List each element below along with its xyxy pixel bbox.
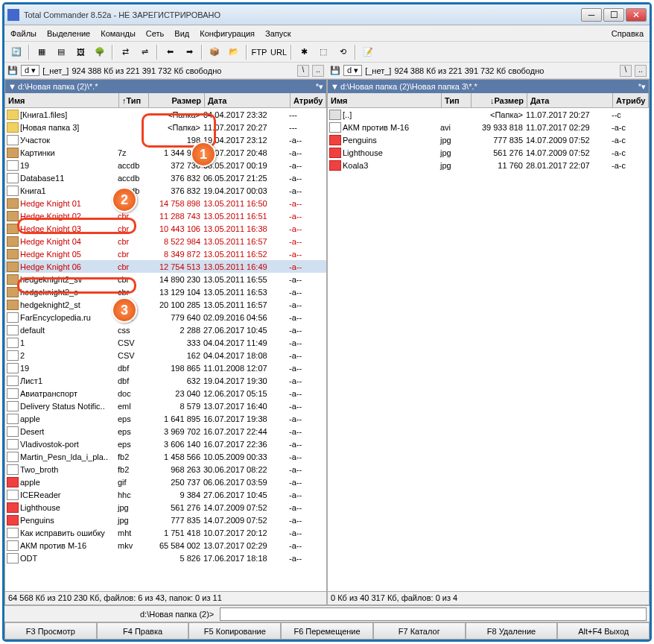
file-row[interactable]: ODT5 82617.06.2017 18:18-a-- <box>5 552 326 564</box>
file-row[interactable]: Lighthousejpg561 27614.07.2009 07:52-a-- <box>5 501 326 514</box>
file-row[interactable]: АКМ против М-16mkv65 584 00213.07.2017 0… <box>5 539 326 552</box>
file-row[interactable]: Книга1accdb376 83219.04.2017 00:03-a-- <box>5 184 326 197</box>
menu-config[interactable]: Конфигурация <box>200 29 255 38</box>
col-ext[interactable]: ↑ Тип <box>119 93 149 107</box>
view-icon[interactable]: ▦ <box>33 44 51 60</box>
right-up-button[interactable]: .. <box>635 65 647 77</box>
file-row[interactable]: Two_brothfb2968 26330.06.2017 08:22-a-- <box>5 463 326 476</box>
file-row[interactable]: applegif250 73706.06.2017 03:59-a-- <box>5 476 326 488</box>
file-row[interactable]: Koala3jpg11 76028.01.2017 22:07-a-c <box>328 159 649 171</box>
file-row[interactable]: Hedge Knight 03cbr10 443 10613.05.2011 1… <box>5 222 326 235</box>
minimize-button[interactable]: ─ <box>581 8 602 22</box>
multi-icon[interactable]: ⬚ <box>314 44 332 60</box>
cmdline-input[interactable] <box>220 607 647 621</box>
file-row[interactable]: hedgeknight2_scbr13 129 10413.05.2011 16… <box>5 285 326 298</box>
file-row[interactable]: 19dbf198 86511.01.2008 12:07-a-- <box>5 362 326 374</box>
col-date[interactable]: Дата <box>527 93 613 107</box>
menu-run[interactable]: Запуск <box>265 29 291 38</box>
right-drive-select[interactable]: d ▾ <box>343 65 362 76</box>
file-row[interactable]: Deserteps3 969 70216.07.2017 22:44-a-- <box>5 425 326 438</box>
left-fav-icon[interactable]: * <box>316 82 319 91</box>
file-row[interactable]: 19accdb372 73608.05.2017 00:19-a-- <box>5 159 326 171</box>
file-row[interactable]: Martin_Pesn_lda_i_pla..fb21 458 56610.05… <box>5 450 326 463</box>
sync-icon[interactable]: ⟲ <box>334 44 352 60</box>
col-attr[interactable]: Атрибу <box>613 93 649 107</box>
file-row[interactable]: Penguinsjpg777 83514.07.2009 07:52-a-- <box>5 514 326 526</box>
file-row[interactable]: [..]<Папка>11.07.2017 20:27--c <box>328 108 649 121</box>
left-path-bar[interactable]: ▼ d:\Новая папка (2)\*.* * ▾ <box>5 80 326 93</box>
thumb-icon[interactable]: 🖼 <box>72 44 89 60</box>
file-row[interactable]: 2CSV16204.04.2017 18:08-a-- <box>5 349 326 362</box>
right-path-bar[interactable]: ▼ d:\Новая папка (2)\Новая папка 3\*.* *… <box>328 80 649 93</box>
file-row[interactable]: [Книга1.files]<Папка>04.04.2017 23:32--- <box>5 108 326 121</box>
right-fav-icon[interactable]: * <box>638 82 641 91</box>
file-row[interactable]: hedgeknight2_svcbr14 890 23013.05.2011 1… <box>5 273 326 285</box>
right-root-button[interactable]: \ <box>620 65 632 77</box>
right-file-list[interactable]: [..]<Папка>11.07.2017 20:27--cАКМ против… <box>328 108 649 591</box>
menu-net[interactable]: Сеть <box>146 29 164 38</box>
file-row[interactable]: hedgeknight2_stcbr20 100 28513.05.2011 1… <box>5 298 326 311</box>
menu-commands[interactable]: Команды <box>101 29 136 38</box>
file-row[interactable]: defaultcss2 28827.06.2017 10:45-a-- <box>5 323 326 336</box>
equal-icon[interactable]: ⇌ <box>136 44 153 60</box>
file-row[interactable]: Hedge Knight 06cbr12 754 51313.05.2011 1… <box>5 260 326 273</box>
file-row[interactable]: Hedge Knight 05cbr8 349 87213.05.2011 16… <box>5 247 326 260</box>
refresh-icon[interactable]: 🔄 <box>7 44 25 60</box>
left-root-button[interactable]: \ <box>297 65 309 77</box>
col-name[interactable]: Имя <box>328 93 442 107</box>
col-name[interactable]: Имя <box>5 93 119 107</box>
tree-icon[interactable]: 🌳 <box>91 44 109 60</box>
file-row[interactable]: Авиатранспортdoc23 04012.06.2017 05:15-a… <box>5 387 326 400</box>
left-file-list[interactable]: [Книга1.files]<Папка>04.04.2017 23:32---… <box>5 108 326 591</box>
file-row[interactable]: Участок19819.04.2017 23:12-a-- <box>5 133 326 146</box>
file-row[interactable]: FarEncyclopedia.ruchm779 64002.09.2016 0… <box>5 311 326 323</box>
file-row[interactable]: [Новая папка 3]<Папка>11.07.2017 20:27--… <box>5 121 326 133</box>
col-size[interactable]: Размер <box>149 93 205 107</box>
titlebar[interactable]: Total Commander 8.52a - НЕ ЗАРЕГИСТРИРОВ… <box>4 4 650 25</box>
f6-button[interactable]: F6 Перемещение <box>281 622 373 640</box>
file-row[interactable]: Лист1dbf63219.04.2017 19:30-a-- <box>5 374 326 387</box>
file-row[interactable]: Hedge Knight 01cbr14 758 89813.05.2011 1… <box>5 197 326 209</box>
col-date[interactable]: Дата <box>205 93 291 107</box>
left-drive-select[interactable]: d ▾ <box>21 65 39 76</box>
notepad-icon[interactable]: 📝 <box>359 44 377 60</box>
unpack-icon[interactable]: 📂 <box>225 44 243 60</box>
col-attr[interactable]: Атрибу <box>291 93 326 107</box>
col-ext[interactable]: Тип <box>442 93 472 107</box>
star-icon[interactable]: ✱ <box>295 44 313 60</box>
f4-button[interactable]: F4 Правка <box>97 622 189 640</box>
file-row[interactable]: Delivery Status Notific..eml8 57913.07.2… <box>5 400 326 412</box>
close-button[interactable]: ✕ <box>626 8 647 22</box>
pack-icon[interactable]: 📦 <box>206 44 223 60</box>
f3-button[interactable]: F3 Просмотр <box>4 622 97 640</box>
file-row[interactable]: 1CSV33304.04.2017 11:49-a-- <box>5 336 326 349</box>
file-row[interactable]: Картинки7z1 344 99303.07.2017 20:48-a-- <box>5 146 326 159</box>
file-row[interactable]: Vladivostok-porteps3 606 14016.07.2017 2… <box>5 438 326 450</box>
fwd-icon[interactable]: ➡ <box>180 44 198 60</box>
menu-view[interactable]: Вид <box>174 29 189 38</box>
menu-help[interactable]: Справка <box>612 29 644 38</box>
back-icon[interactable]: ⬅ <box>161 44 179 60</box>
file-row[interactable]: Hedge Knight 02cbr11 288 74313.05.2011 1… <box>5 209 326 222</box>
file-row[interactable]: appleeps1 641 89516.07.2017 19:38-a-- <box>5 412 326 425</box>
file-row[interactable]: Database11accdb376 83206.05.2017 21:25-a… <box>5 171 326 184</box>
view2-icon[interactable]: ▤ <box>52 44 70 60</box>
swap-icon[interactable]: ⇄ <box>116 44 134 60</box>
ftp-icon[interactable]: FTP <box>250 44 268 60</box>
menu-files[interactable]: Файлы <box>10 29 36 38</box>
file-row[interactable]: Hedge Knight 04cbr8 522 98413.05.2011 16… <box>5 235 326 247</box>
url-icon[interactable]: URL <box>270 44 288 60</box>
maximize-button[interactable]: ☐ <box>603 8 624 22</box>
file-row[interactable]: АКМ против М-16avi39 933 81811.07.2017 0… <box>328 121 649 133</box>
menu-select[interactable]: Выделение <box>47 29 90 38</box>
file-row[interactable]: Penguinsjpg777 83514.07.2009 07:52-a-c <box>328 133 649 146</box>
altf4-button[interactable]: Alt+F4 Выход <box>557 622 650 640</box>
col-size[interactable]: ↓Размер <box>472 93 527 107</box>
f7-button[interactable]: F7 Каталог <box>373 622 466 640</box>
f5-button[interactable]: F5 Копирование <box>188 622 281 640</box>
file-row[interactable]: Lighthousejpg561 27614.07.2009 07:52-a-c <box>328 146 649 159</box>
file-row[interactable]: ICEReaderhhc9 38427.06.2017 10:45-a-- <box>5 488 326 501</box>
left-up-button[interactable]: .. <box>312 65 324 77</box>
f8-button[interactable]: F8 Удаление <box>466 622 558 640</box>
file-row[interactable]: Как исправить ошибкуmht1 751 41810.07.20… <box>5 526 326 539</box>
